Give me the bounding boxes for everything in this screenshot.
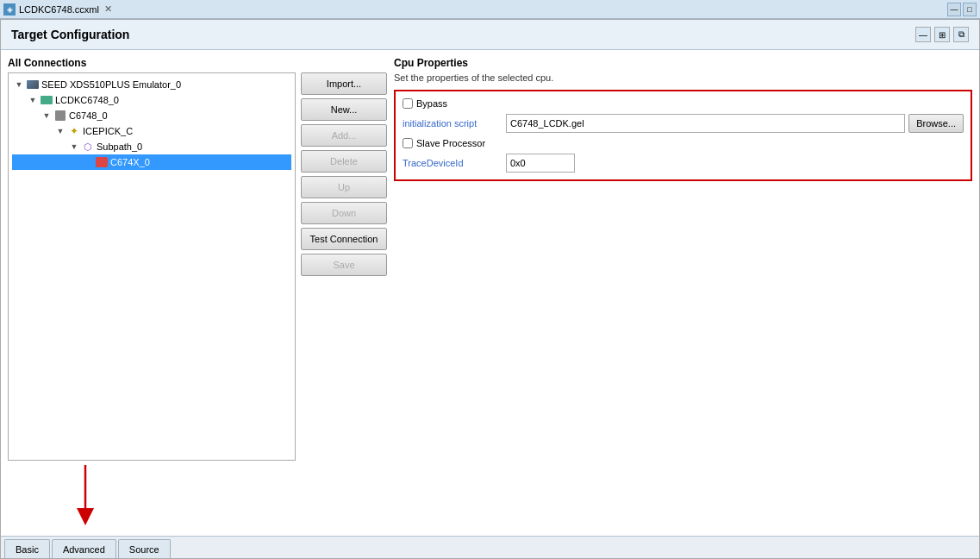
tree-node-subpath: ▼ ⬡ Subpath_0	[12, 139, 291, 170]
down-button[interactable]: Down	[301, 202, 387, 224]
collapse-icon[interactable]: —	[915, 27, 931, 42]
emulator-icon	[26, 79, 40, 91]
connections-title: All Connections	[8, 57, 387, 69]
tree-row-cpu[interactable]: C674X_0	[12, 154, 291, 170]
bypass-text: Bypass	[416, 98, 447, 109]
new-button[interactable]: New...	[301, 98, 387, 121]
cpu-properties-title: Cpu Properties	[394, 57, 972, 69]
tile-icon[interactable]: ⧉	[953, 27, 969, 42]
save-button[interactable]: Save	[301, 254, 387, 276]
red-arrow	[68, 461, 120, 530]
slave-row: Slave Processor	[403, 138, 964, 148]
minimize-button[interactable]: —	[947, 3, 961, 16]
toggle-board[interactable]: ▼	[28, 95, 38, 105]
bypass-label[interactable]: Bypass	[403, 98, 447, 109]
tab-advanced[interactable]: Advanced	[52, 539, 116, 558]
slave-label[interactable]: Slave Processor	[403, 138, 485, 148]
board-label: LCDKC6748_0	[55, 95, 119, 105]
arrow-area	[8, 461, 387, 529]
bottom-tabs: Basic Advanced Source	[1, 536, 979, 558]
icepick-icon: ✦	[67, 125, 81, 137]
title-bar-controls: — □	[947, 3, 977, 16]
trace-input[interactable]	[506, 154, 575, 173]
grid-icon[interactable]: ⊞	[934, 27, 950, 42]
bypass-row: Bypass	[403, 98, 964, 109]
tree-row-chip[interactable]: ▼ C6748_0	[12, 108, 291, 123]
browse-button[interactable]: Browse...	[908, 114, 964, 133]
buttons-panel: Import... New... Add... Delete Up Down T…	[301, 72, 387, 461]
up-button[interactable]: Up	[301, 176, 387, 198]
window-header-icons: — ⊞ ⧉	[915, 27, 969, 42]
emulator-label: SEED XDS510PLUS Emulator_0	[41, 79, 181, 90]
window-title: Target Configuration	[11, 28, 129, 41]
subpath-label: Subpath_0	[97, 141, 142, 152]
subpath-icon: ⬡	[81, 141, 95, 153]
title-bar-close-button[interactable]: ✕	[104, 3, 112, 15]
tree-node-cpu: C674X_0	[12, 154, 291, 170]
tree-node-chip: ▼ C6748_0 ▼	[12, 108, 291, 170]
tree-node-emulator: ▼ SEED XDS510PLUS Emulator_0 ▼	[12, 77, 291, 170]
delete-button[interactable]: Delete	[301, 150, 387, 173]
cpu-properties-box: Bypass initialization script Browse... S…	[394, 90, 972, 181]
restore-button[interactable]: □	[963, 3, 977, 16]
toggle-cpu	[83, 157, 93, 167]
slave-text: Slave Processor	[416, 138, 485, 148]
right-panel: Cpu Properties Set the properties of the…	[394, 57, 972, 529]
cpu-properties-subtitle: Set the properties of the selected cpu.	[394, 72, 972, 83]
tree-panel[interactable]: ▼ SEED XDS510PLUS Emulator_0 ▼	[8, 72, 296, 461]
toggle-icepick[interactable]: ▼	[55, 126, 66, 136]
content-area: All Connections ▼ SEED XDS510PLUS Emulat…	[1, 50, 979, 536]
tree-node-icepick: ▼ ✦ ICEPICK_C ▼	[12, 123, 291, 170]
init-script-input[interactable]	[506, 114, 905, 133]
tab-basic[interactable]: Basic	[4, 539, 50, 558]
init-script-label: initialization script	[403, 118, 506, 129]
slave-checkbox[interactable]	[403, 138, 413, 148]
trace-label: TraceDeviceId	[403, 158, 506, 168]
import-button[interactable]: Import...	[301, 72, 387, 95]
test-connection-button[interactable]: Test Connection	[301, 228, 387, 250]
main-window: Target Configuration — ⊞ ⧉ All Connectio…	[0, 19, 980, 559]
add-button[interactable]: Add...	[301, 124, 387, 147]
chip-label: C6748_0	[69, 110, 108, 121]
toggle-subpath[interactable]: ▼	[69, 141, 79, 152]
icepick-label: ICEPICK_C	[83, 126, 133, 136]
tree-row-board[interactable]: ▼ LCDKC6748_0	[12, 92, 291, 108]
init-script-row: initialization script Browse...	[403, 114, 964, 133]
toggle-emulator[interactable]: ▼	[14, 79, 24, 90]
title-bar-icon: ◈	[3, 3, 16, 16]
chip-icon	[53, 110, 67, 122]
cpu-icon	[95, 156, 109, 168]
toggle-chip[interactable]: ▼	[41, 110, 52, 121]
tree-row-subpath[interactable]: ▼ ⬡ Subpath_0	[12, 139, 291, 154]
connections-container: ▼ SEED XDS510PLUS Emulator_0 ▼	[8, 72, 387, 461]
tab-source[interactable]: Source	[118, 539, 171, 558]
title-bar-filename: LCDKC6748.ccxml	[19, 4, 99, 15]
tree-row-emulator[interactable]: ▼ SEED XDS510PLUS Emulator_0	[12, 77, 291, 92]
trace-row: TraceDeviceId	[403, 154, 964, 173]
cpu-label: C674X_0	[110, 157, 150, 167]
tree-node-board: ▼ LCDKC6748_0 ▼	[12, 92, 291, 170]
window-header: Target Configuration — ⊞ ⧉	[1, 20, 979, 50]
title-bar: ◈ LCDKC6748.ccxml ✕ — □	[0, 0, 980, 19]
left-panel: All Connections ▼ SEED XDS510PLUS Emulat…	[8, 57, 387, 529]
tree-row-icepick[interactable]: ▼ ✦ ICEPICK_C	[12, 123, 291, 139]
bypass-checkbox[interactable]	[403, 98, 413, 109]
board-icon	[40, 94, 53, 106]
